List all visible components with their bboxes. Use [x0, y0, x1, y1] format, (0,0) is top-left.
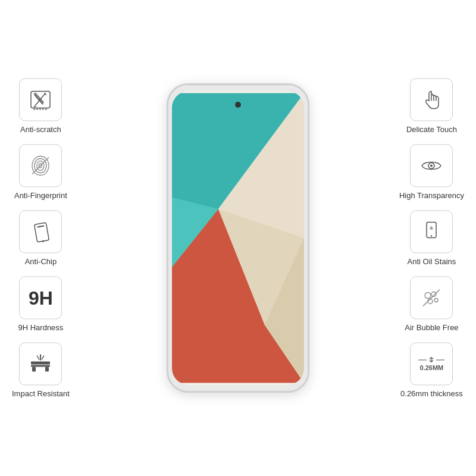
thickness-icon-box: 0.26MM: [410, 343, 453, 386]
scratch-icon: [27, 87, 54, 113]
delicate-touch-label: Delicate Touch: [406, 125, 457, 134]
feature-high-transparency: High Transparency: [399, 145, 464, 200]
svg-point-38: [428, 299, 433, 304]
thickness-label: 0.26mm thickness: [400, 389, 463, 398]
svg-rect-12: [35, 223, 49, 242]
thickness-value: 0.26MM: [420, 364, 444, 371]
impact-icon: [27, 351, 54, 377]
9h-hardness-icon-box: 9H: [19, 277, 62, 320]
delicate-touch-icon-box: [410, 79, 453, 121]
feature-anti-scratch: Anti-scratch: [19, 79, 62, 134]
svg-rect-16: [31, 365, 50, 367]
oil-icon: [418, 219, 444, 245]
transparency-icon: [418, 153, 444, 179]
features-right: Delicate Touch High Transparency: [399, 79, 464, 398]
svg-point-33: [430, 165, 433, 167]
arrow-icon: [428, 357, 434, 363]
svg-point-36: [425, 293, 431, 299]
chip-icon: [27, 219, 54, 245]
air-bubble-free-icon-box: [410, 277, 453, 320]
svg-point-39: [434, 299, 438, 302]
feature-anti-chip: Anti-Chip: [19, 211, 62, 266]
svg-rect-17: [32, 367, 36, 372]
high-transparency-label: High Transparency: [399, 191, 464, 200]
feature-thickness: 0.26MM 0.26mm thickness: [400, 343, 463, 398]
anti-oil-stains-icon-box: [410, 211, 453, 253]
9h-hardness-label: 9H Hardness: [18, 323, 63, 332]
feature-anti-fingerprint: Anti-Fingerprint: [14, 145, 67, 200]
9h-text: 9H: [29, 289, 53, 308]
high-transparency-icon-box: [410, 145, 453, 187]
anti-fingerprint-label: Anti-Fingerprint: [14, 191, 67, 200]
svg-marker-6: [44, 93, 46, 95]
thickness-bar: [418, 357, 444, 363]
svg-point-35: [431, 235, 432, 236]
feature-9h-hardness: 9H 9H Hardness: [18, 277, 63, 332]
bubble-icon: [418, 285, 444, 311]
camera-dot: [235, 102, 241, 108]
anti-scratch-icon-box: [19, 79, 62, 121]
svg-rect-15: [31, 362, 50, 365]
phone-screen: [172, 91, 304, 385]
anti-oil-stains-label: Anti Oil Stains: [408, 257, 456, 266]
feature-delicate-touch: Delicate Touch: [406, 79, 457, 134]
phone-mockup: [161, 77, 315, 399]
svg-line-20: [37, 356, 39, 360]
phone-body: [167, 83, 309, 393]
impact-resistant-label: Impact Resistant: [12, 389, 70, 398]
feature-air-bubble-free: Air Bubble Free: [405, 277, 458, 332]
anti-chip-label: Anti-Chip: [25, 257, 57, 266]
feature-anti-oil-stains: Anti Oil Stains: [408, 211, 456, 266]
svg-marker-3: [33, 93, 44, 105]
thickness-line-left: [418, 359, 427, 360]
thickness-line-right: [436, 359, 444, 360]
fingerprint-icon: [27, 153, 54, 179]
anti-chip-icon-box: [19, 211, 62, 253]
svg-line-21: [42, 356, 44, 360]
touch-icon: [418, 87, 444, 113]
svg-point-13: [42, 240, 44, 242]
wallpaper-svg: [172, 91, 304, 385]
thickness-inner: 0.26MM: [418, 357, 444, 371]
svg-marker-5: [33, 106, 36, 108]
svg-rect-18: [45, 367, 49, 372]
impact-resistant-icon-box: [19, 343, 62, 386]
anti-fingerprint-icon-box: [19, 145, 62, 187]
main-container: Anti-scratch Anti-Fingerprint: [0, 0, 476, 476]
features-left: Anti-scratch Anti-Fingerprint: [12, 79, 70, 398]
svg-rect-14: [37, 226, 45, 228]
feature-impact-resistant: Impact Resistant: [12, 343, 70, 398]
anti-scratch-label: Anti-scratch: [20, 125, 61, 134]
air-bubble-free-label: Air Bubble Free: [405, 323, 458, 332]
